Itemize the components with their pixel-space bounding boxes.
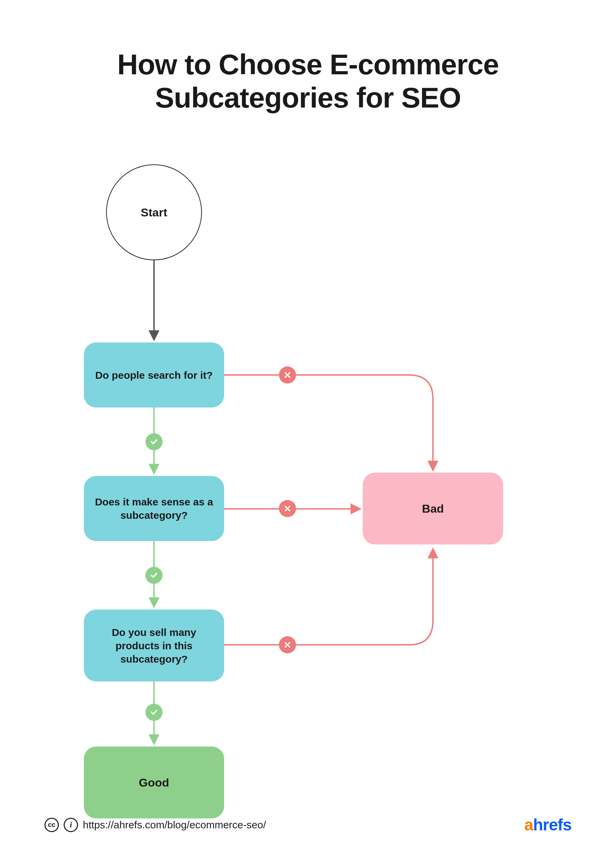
start-node: Start [106, 164, 202, 260]
start-label: Start [141, 206, 167, 219]
source-url: https://ahrefs.com/blog/ecommerce-seo/ [83, 819, 266, 831]
question-2-label: Does it make sense as a subcategory? [94, 495, 214, 522]
cc-icon: cc [44, 818, 59, 832]
question-3-label: Do you sell many products in this subcat… [94, 626, 214, 666]
cross-icon [279, 636, 296, 653]
edge-q1-bad [224, 374, 436, 477]
logo-letter-a: a [524, 816, 533, 834]
ahrefs-logo: ahrefs [524, 815, 572, 834]
page-title: How to Choose E-commerce Subcategories f… [0, 48, 616, 114]
check-icon [145, 567, 163, 584]
question-2-node: Does it make sense as a subcategory? [84, 476, 224, 541]
title-line-1: How to Choose E-commerce [117, 48, 499, 80]
edge-q2-bad [224, 508, 368, 510]
check-icon [145, 704, 163, 721]
footer-left: cc i https://ahrefs.com/blog/ecommerce-s… [44, 818, 266, 832]
good-label: Good [139, 776, 170, 789]
question-3-node: Do you sell many products in this subcat… [84, 610, 224, 681]
cross-icon [279, 366, 296, 383]
bad-label: Bad [422, 502, 444, 515]
check-icon [145, 433, 163, 450]
attribution-icon: i [64, 818, 78, 832]
question-1-node: Do people search for it? [84, 342, 224, 408]
footer: cc i https://ahrefs.com/blog/ecommerce-s… [44, 815, 572, 834]
title-line-2: Subcategories for SEO [155, 82, 461, 114]
good-node: Good [84, 747, 224, 818]
question-1-label: Do people search for it? [95, 369, 212, 382]
edge-start-q1 [153, 260, 155, 342]
cross-icon [279, 500, 296, 517]
logo-rest: hrefs [533, 816, 572, 834]
bad-node: Bad [363, 473, 503, 545]
edge-q3-bad [224, 546, 436, 649]
